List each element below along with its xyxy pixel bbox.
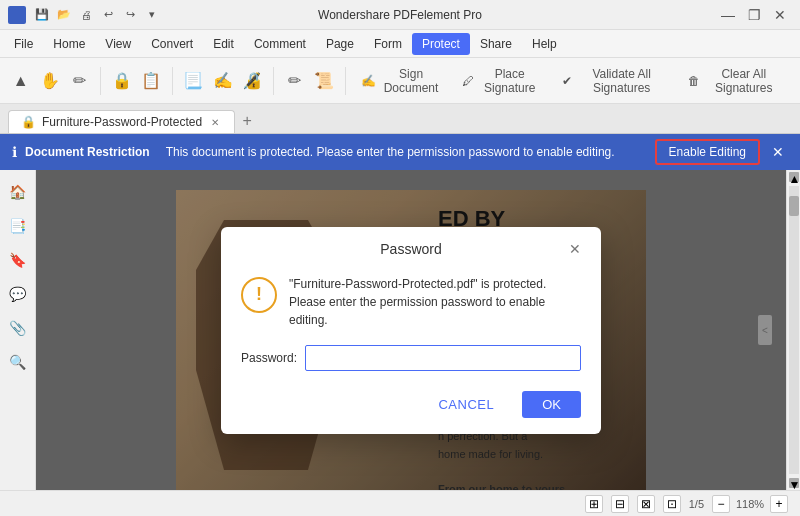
tab-lock-icon: 🔒 (21, 115, 36, 129)
zoom-controls: − 118% + (712, 495, 788, 513)
annotate-tool[interactable]: ✏ (67, 65, 92, 97)
view-mode-1[interactable]: ⊞ (585, 495, 603, 513)
password-dialog-overlay: Password ✕ ! "Furniture-Password-Protect… (36, 170, 786, 490)
place-sig-icon: 🖊 (462, 74, 474, 88)
sidebar-search-btn[interactable]: 🔍 (4, 348, 32, 376)
sidebar-bookmark-btn[interactable]: 🔖 (4, 246, 32, 274)
view-mode-2[interactable]: ⊟ (611, 495, 629, 513)
tab-bar: 🔒 Furniture-Password-Protected ✕ + (0, 104, 800, 134)
restriction-icon: ℹ (12, 144, 17, 160)
restore-btn[interactable]: ❐ (742, 3, 766, 27)
scroll-up-btn[interactable]: ▲ (789, 172, 799, 182)
separator-4 (345, 67, 346, 95)
password-input[interactable] (305, 345, 581, 371)
enable-editing-btn[interactable]: Enable Editing (655, 139, 760, 165)
menu-edit[interactable]: Edit (203, 33, 244, 55)
status-bar: ⊞ ⊟ ⊠ ⊡ 1/5 − 118% + (0, 490, 800, 516)
quick-access-toolbar: 💾 📂 🖨 ↩ ↪ ▾ (32, 5, 162, 25)
view-mode-4[interactable]: ⊡ (663, 495, 681, 513)
zoom-out-btn[interactable]: − (712, 495, 730, 513)
dialog-body: ! "Furniture-Password-Protected.pdf" is … (221, 267, 601, 434)
restriction-close-btn[interactable]: ✕ (768, 142, 788, 162)
menu-help[interactable]: Help (522, 33, 567, 55)
undo-btn[interactable]: ↩ (98, 5, 118, 25)
menu-home[interactable]: Home (43, 33, 95, 55)
title-bar: 💾 📂 🖨 ↩ ↪ ▾ Wondershare PDFelement Pro —… (0, 0, 800, 30)
dialog-actions: CANCEL OK (241, 391, 581, 418)
separator-3 (273, 67, 274, 95)
menu-view[interactable]: View (95, 33, 141, 55)
menu-bar: File Home View Convert Edit Comment Page… (0, 30, 800, 58)
clear-all-label: Clear All Signatures (704, 67, 784, 95)
validate-tool[interactable]: 🔏 (240, 65, 265, 97)
scroll-down-btn[interactable]: ▼ (789, 478, 799, 488)
sidebar-home-btn[interactable]: 🏠 (4, 178, 32, 206)
tab-close-btn[interactable]: ✕ (208, 115, 222, 129)
toolbar: ▲ ✋ ✏ 🔒 📋 📃 ✍ 🔏 ✏ 📜 ✍ Sign Document 🖊 Pl… (0, 58, 800, 104)
sidebar-comment-btn[interactable]: 💬 (4, 280, 32, 308)
dialog-header: Password ✕ (221, 227, 601, 267)
clear-all-sigs-btn[interactable]: 🗑 Clear All Signatures (680, 63, 792, 99)
app-title: Wondershare PDFelement Pro (318, 8, 482, 22)
separator-2 (172, 67, 173, 95)
add-tab-btn[interactable]: + (235, 109, 259, 133)
separator-1 (100, 67, 101, 95)
scroll-track (789, 186, 799, 474)
menu-convert[interactable]: Convert (141, 33, 203, 55)
close-btn[interactable]: ✕ (768, 3, 792, 27)
tab-title: Furniture-Password-Protected (42, 115, 202, 129)
view-mode-3[interactable]: ⊠ (637, 495, 655, 513)
sig-tool[interactable]: ✍ (210, 65, 235, 97)
scroll-thumb[interactable] (789, 196, 799, 216)
menu-file[interactable]: File (4, 33, 43, 55)
password-field: Password: (241, 345, 581, 371)
save-btn[interactable]: 💾 (32, 5, 52, 25)
sign-doc-icon: ✍ (361, 74, 376, 88)
ok-button[interactable]: OK (522, 391, 581, 418)
dialog-info-text: "Furniture-Password-Protected.pdf" is pr… (289, 275, 581, 329)
zoom-in-btn[interactable]: + (770, 495, 788, 513)
warning-icon: ! (241, 277, 277, 313)
window-controls: — ❐ ✕ (716, 3, 792, 27)
print-btn[interactable]: 🖨 (76, 5, 96, 25)
open-btn[interactable]: 📂 (54, 5, 74, 25)
sidebar-thumb-btn[interactable]: 📑 (4, 212, 32, 240)
doc-tab[interactable]: 🔒 Furniture-Password-Protected ✕ (8, 110, 235, 133)
validate-all-btn[interactable]: ✔ Validate All Signatures (554, 63, 676, 99)
redo-btn[interactable]: ↪ (120, 5, 140, 25)
minimize-btn[interactable]: — (716, 3, 740, 27)
cancel-button[interactable]: CANCEL (418, 391, 514, 418)
total-pages: 5 (698, 498, 704, 510)
menu-share[interactable]: Share (470, 33, 522, 55)
redact-tool[interactable]: ✏ (282, 65, 307, 97)
password-dialog: Password ✕ ! "Furniture-Password-Protect… (221, 227, 601, 434)
left-sidebar: 🏠 📑 🔖 💬 📎 🔍 (0, 170, 36, 490)
cert-tool[interactable]: 📃 (181, 65, 206, 97)
menu-form[interactable]: Form (364, 33, 412, 55)
dialog-close-btn[interactable]: ✕ (565, 239, 585, 259)
cert-sign-tool[interactable]: 📜 (311, 65, 336, 97)
sign-document-btn[interactable]: ✍ Sign Document (353, 63, 449, 99)
password-label: Password: (241, 351, 297, 365)
right-scrollbar[interactable]: ▲ ▼ (786, 170, 800, 490)
current-page: 1 (689, 498, 695, 510)
menu-protect[interactable]: Protect (412, 33, 470, 55)
protect-doc[interactable]: 📋 (138, 65, 163, 97)
document-area: ED BYLLECTIVE. , meet local creatives ne… (36, 170, 786, 490)
menu-comment[interactable]: Comment (244, 33, 316, 55)
menu-page[interactable]: Page (316, 33, 364, 55)
more-btn[interactable]: ▾ (142, 5, 162, 25)
hand-tool[interactable]: ✋ (37, 65, 62, 97)
cursor-tool[interactable]: ▲ (8, 65, 33, 97)
protect-lock[interactable]: 🔒 (109, 65, 134, 97)
status-right: ⊞ ⊟ ⊠ ⊡ 1/5 − 118% + (585, 495, 788, 513)
validate-all-label: Validate All Signatures (576, 67, 668, 95)
sidebar-attach-btn[interactable]: 📎 (4, 314, 32, 342)
dialog-title: Password (257, 241, 565, 257)
restriction-message: This document is protected. Please enter… (166, 145, 647, 159)
page-indicator: 1/5 (689, 498, 704, 510)
place-signature-btn[interactable]: 🖊 Place Signature (454, 63, 550, 99)
zoom-level: 118% (734, 498, 766, 510)
title-bar-left: 💾 📂 🖨 ↩ ↪ ▾ (8, 5, 162, 25)
validate-all-icon: ✔ (562, 74, 572, 88)
